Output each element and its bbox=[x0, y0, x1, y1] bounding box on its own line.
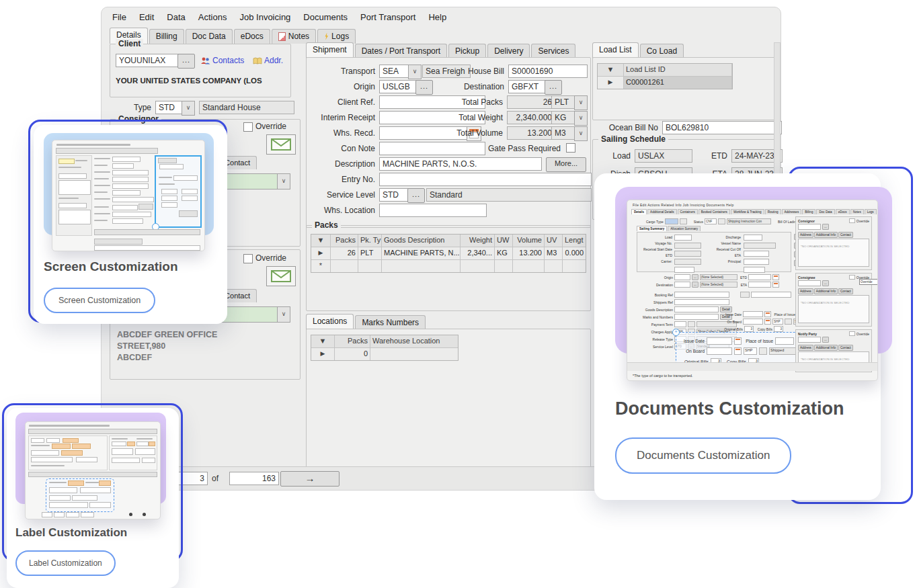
list-item[interactable]: Documents bbox=[303, 12, 348, 22]
tab-co-load[interactable]: Co Load bbox=[640, 44, 684, 58]
list-item[interactable]: Additional Details bbox=[647, 209, 677, 214]
consignee-override-checkbox[interactable] bbox=[243, 254, 253, 263]
house-bill-field[interactable]: S00001690 bbox=[508, 65, 588, 78]
packs-cell[interactable]: 13.200 bbox=[513, 247, 544, 259]
destination-browse-button[interactable]: ... bbox=[545, 80, 562, 95]
col-header[interactable]: Warehouse Location bbox=[370, 335, 458, 347]
next-record-button[interactable]: → bbox=[280, 471, 340, 487]
packs-cell-empty[interactable] bbox=[331, 260, 358, 272]
packs-cell-empty[interactable] bbox=[495, 260, 512, 272]
destination-field[interactable]: GBFXT bbox=[508, 80, 549, 93]
tab-marks-numbers[interactable]: Marks Numbers bbox=[355, 315, 426, 330]
screen-customization-button[interactable]: Screen Customization bbox=[44, 288, 155, 313]
cargo-type-field[interactable] bbox=[665, 218, 678, 224]
list-item[interactable]: Allocation Summary bbox=[668, 226, 701, 231]
list-item[interactable]: Workflow & Tracking bbox=[731, 209, 764, 214]
list-item[interactable]: Routing bbox=[765, 209, 781, 214]
list-item[interactable]: Details bbox=[631, 209, 647, 214]
col-header[interactable]: Packs bbox=[335, 335, 370, 347]
tab-pickup[interactable]: Pickup bbox=[448, 44, 486, 58]
status-field[interactable]: CNF bbox=[705, 218, 717, 224]
list-item[interactable]: Address bbox=[798, 345, 813, 351]
packs-table[interactable]: ▼ Packs Pk. Ty Goods Description Weight … bbox=[311, 234, 586, 273]
locations-table[interactable]: ▼ Packs Warehouse Location ▶ 0 bbox=[311, 335, 458, 361]
packs-cell[interactable]: PLT bbox=[358, 247, 381, 259]
whs-location-field[interactable] bbox=[379, 204, 487, 217]
list-item[interactable]: Addresses bbox=[782, 209, 802, 214]
tab-billing[interactable]: Billing bbox=[149, 29, 184, 44]
list-item[interactable]: Sailing Summary bbox=[637, 226, 667, 231]
chevron-box[interactable] bbox=[718, 218, 725, 224]
col-header[interactable]: UW bbox=[495, 235, 512, 247]
packs-cell[interactable]: KG bbox=[495, 247, 512, 259]
service-level-browse-button[interactable]: ... bbox=[407, 188, 425, 203]
loadlist-table[interactable]: ▼ Load List ID ▶ C00001261 bbox=[597, 63, 733, 89]
list-item[interactable]: Additional Info bbox=[814, 288, 838, 294]
tab-dates-port-transport[interactable]: Dates / Port Transport bbox=[355, 44, 447, 58]
consignor-override-checkbox[interactable] bbox=[243, 122, 253, 132]
description-field[interactable]: MACHINE PARTS, N.O.S. bbox=[379, 157, 542, 171]
col-header[interactable]: UV bbox=[545, 235, 562, 247]
list-item[interactable]: Contact bbox=[838, 232, 853, 238]
client-code-field[interactable]: YOUUNILAX bbox=[116, 54, 180, 67]
total-volume-chevron[interactable]: ∨ bbox=[574, 126, 588, 141]
list-item[interactable]: Address bbox=[798, 232, 813, 238]
origin-field[interactable]: USLGB bbox=[379, 80, 420, 93]
list-item[interactable]: Actions bbox=[198, 12, 227, 22]
list-item[interactable]: Help bbox=[428, 12, 446, 22]
col-header[interactable]: Load List ID bbox=[624, 64, 731, 76]
list-item[interactable]: Doc Data bbox=[816, 209, 834, 214]
ocean-bill-field[interactable]: BOL629810 bbox=[662, 121, 782, 134]
screen-mini-highlight-box[interactable] bbox=[155, 155, 202, 228]
tab-doc-data[interactable]: Doc Data bbox=[186, 29, 233, 44]
packs-cell-empty[interactable] bbox=[545, 260, 562, 272]
packs-cell-empty[interactable] bbox=[563, 260, 586, 272]
tab-shipment[interactable]: Shipment bbox=[306, 42, 354, 58]
col-header[interactable]: Pk. Ty bbox=[358, 235, 381, 247]
consignee-envelope-button[interactable] bbox=[266, 266, 296, 286]
col-header[interactable]: Goods Description bbox=[382, 235, 460, 247]
list-item[interactable]: Port Transport bbox=[360, 12, 415, 22]
addr-link[interactable]: Addr. bbox=[253, 56, 283, 65]
col-header[interactable]: Packs bbox=[331, 235, 358, 247]
list-item[interactable]: Notes bbox=[850, 209, 864, 214]
list-item[interactable]: Containers bbox=[678, 209, 698, 214]
tab-edocs[interactable]: eDocs bbox=[234, 29, 270, 44]
col-header[interactable]: Weight bbox=[461, 235, 494, 247]
selection-handle[interactable]: + bbox=[672, 329, 680, 336]
list-item[interactable]: Contact bbox=[838, 345, 853, 351]
locations-cell[interactable] bbox=[370, 348, 458, 360]
tab-notes[interactable]: Notes bbox=[272, 29, 316, 44]
tab-locations[interactable]: Locations bbox=[306, 314, 354, 330]
list-item[interactable]: Billing bbox=[802, 209, 815, 214]
documents-customization-button[interactable]: Documents Customization bbox=[615, 437, 791, 474]
service-level-field[interactable]: STD bbox=[379, 188, 411, 202]
origin-browse-button[interactable]: ... bbox=[415, 80, 433, 95]
col-header[interactable]: Lengt bbox=[563, 235, 586, 247]
total-weight-chevron[interactable]: ∨ bbox=[574, 111, 588, 126]
client-browse-button[interactable]: ... bbox=[177, 54, 195, 69]
list-item[interactable]: Data bbox=[167, 12, 185, 22]
header-arrow-icon[interactable]: ▼ bbox=[311, 335, 334, 347]
packs-cell-empty[interactable] bbox=[358, 260, 381, 272]
col-header[interactable]: Volume bbox=[513, 235, 544, 247]
record-total-field[interactable]: 163 bbox=[229, 472, 279, 485]
gate-pass-checkbox[interactable] bbox=[566, 143, 575, 153]
label-customization-button[interactable]: Label Customization bbox=[15, 550, 116, 576]
entry-no-field[interactable] bbox=[379, 173, 592, 186]
total-packs-chevron[interactable]: ∨ bbox=[574, 95, 588, 110]
more-button[interactable]: More... bbox=[546, 157, 586, 172]
locations-cell[interactable]: 0 bbox=[335, 348, 370, 360]
list-item[interactable]: Address bbox=[798, 288, 813, 294]
contacts-link[interactable]: Contacts bbox=[200, 56, 244, 65]
list-item[interactable]: File bbox=[112, 12, 126, 22]
list-item[interactable]: Booked Containers bbox=[699, 209, 730, 214]
chevron-box[interactable] bbox=[680, 218, 687, 224]
loadlist-row-selected[interactable]: C00001261 bbox=[624, 77, 731, 89]
tab-services[interactable]: Services bbox=[531, 44, 575, 58]
type-dropdown-chevron[interactable]: ∨ bbox=[182, 101, 195, 116]
transport-chevron[interactable]: ∨ bbox=[408, 65, 422, 79]
packs-cell-empty[interactable] bbox=[382, 260, 460, 272]
packs-cell[interactable]: 0.000 bbox=[563, 247, 586, 259]
tab-load-list[interactable]: Load List bbox=[592, 42, 639, 58]
